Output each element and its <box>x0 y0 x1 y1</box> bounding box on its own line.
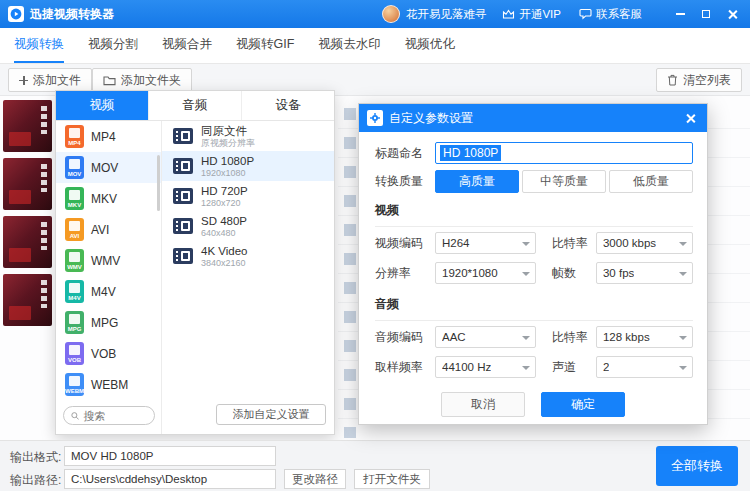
file-format-icon: VOB <box>65 342 84 365</box>
tab-video-optimize[interactable]: 视频优化 <box>405 28 455 63</box>
dialog-header: 自定义参数设置 <box>359 104 707 132</box>
quality-segment: 高质量 中等质量 低质量 <box>435 170 693 193</box>
resolution-item-1080p[interactable]: HD 1080P1920x1080 <box>162 151 334 181</box>
search-icon <box>71 411 79 421</box>
film-icon <box>173 128 193 144</box>
resolution-list: 同原文件原视频分辨率 HD 1080P1920x1080 HD 720P1280… <box>161 121 334 434</box>
quality-medium-button[interactable]: 中等质量 <box>522 170 606 193</box>
clear-list-button[interactable]: 清空列表 <box>656 68 742 92</box>
name-label: 标题命名 <box>375 145 435 162</box>
add-folder-button[interactable]: 添加文件夹 <box>92 68 192 92</box>
output-format-select[interactable]: MOV HD 1080P <box>64 446 276 466</box>
dialog-close-button[interactable] <box>681 109 699 127</box>
quality-high-button[interactable]: 高质量 <box>435 170 519 193</box>
film-icon <box>173 188 193 204</box>
plus-icon <box>19 76 28 85</box>
channel-label: 声道 <box>552 359 596 376</box>
tab-video-split[interactable]: 视频分割 <box>88 28 138 63</box>
convert-all-button[interactable]: 全部转换 <box>656 446 738 486</box>
tab-video-merge[interactable]: 视频合并 <box>162 28 212 63</box>
username[interactable]: 花开易见落难寻 <box>406 7 487 22</box>
output-path-label: 输出路径: <box>10 472 61 489</box>
video-bitrate-select[interactable]: 3000 kbps <box>596 232 693 254</box>
custom-params-dialog: 自定义参数设置 标题命名 HD 1080P 转换质量 高质量 中等质量 低质量 … <box>358 103 708 425</box>
video-codec-select[interactable]: H264 <box>435 232 536 254</box>
format-tab-audio[interactable]: 音频 <box>149 91 242 120</box>
file-format-icon: WEBM <box>65 373 84 396</box>
confirm-button[interactable]: 确定 <box>541 392 625 417</box>
file-format-icon: MKV <box>65 187 84 210</box>
sample-rate-label: 取样频率 <box>375 359 435 376</box>
format-item-vob[interactable]: VOB VOB <box>56 338 161 369</box>
format-panel-tabs: 视频 音频 设备 <box>56 91 334 121</box>
clear-list-label: 清空列表 <box>683 72 731 89</box>
dialog-title: 自定义参数设置 <box>389 110 473 127</box>
cancel-button[interactable]: 取消 <box>441 392 525 417</box>
add-custom-settings-button[interactable]: 添加自定义设置 <box>216 404 326 425</box>
chevron-down-icon <box>679 242 687 246</box>
add-file-label: 添加文件 <box>33 72 81 89</box>
quality-low-button[interactable]: 低质量 <box>609 170 693 193</box>
resolution-item-720p[interactable]: HD 720P1280x720 <box>162 181 334 211</box>
app-title: 迅捷视频转换器 <box>30 6 114 23</box>
framerate-select[interactable]: 30 fps <box>596 262 693 284</box>
audio-codec-select[interactable]: AAC <box>435 326 536 348</box>
tab-video-convert[interactable]: 视频转换 <box>14 28 64 63</box>
folder-icon <box>103 75 116 86</box>
close-button[interactable] <box>724 5 740 23</box>
resolution-item-4k[interactable]: 4K Video3840x2160 <box>162 241 334 271</box>
add-file-button[interactable]: 添加文件 <box>8 68 92 92</box>
search-input[interactable] <box>83 410 147 422</box>
vip-button[interactable]: 开通VIP <box>502 7 561 22</box>
tab-remove-watermark[interactable]: 视频去水印 <box>318 28 381 63</box>
file-format-icon: AVI <box>65 218 84 241</box>
settings-gear-icon <box>367 110 383 126</box>
format-tab-device[interactable]: 设备 <box>242 91 334 120</box>
audio-bitrate-select[interactable]: 128 kbps <box>596 326 693 348</box>
film-icon <box>173 158 193 174</box>
format-tab-video[interactable]: 视频 <box>56 91 149 120</box>
format-item-wmv[interactable]: WMV WMV <box>56 245 161 276</box>
chevron-down-icon <box>679 272 687 276</box>
video-thumbnail[interactable] <box>3 100 52 152</box>
tab-video-to-gif[interactable]: 视频转GIF <box>236 28 294 63</box>
video-thumbnail[interactable] <box>3 274 52 326</box>
format-item-m4v[interactable]: M4V M4V <box>56 276 161 307</box>
video-thumbnail[interactable] <box>3 158 52 210</box>
audio-section-title: 音频 <box>375 296 693 321</box>
output-path-value: C:\Users\cddehsy\Desktop <box>71 473 207 485</box>
format-item-mov[interactable]: MOV MOV <box>56 152 161 183</box>
format-item-avi[interactable]: AVI AVI <box>56 214 161 245</box>
chat-icon <box>579 8 592 20</box>
close-icon <box>727 9 737 19</box>
user-avatar[interactable] <box>382 5 400 23</box>
resolution-select[interactable]: 1920*1080 <box>435 262 536 284</box>
title-name-input[interactable]: HD 1080P <box>435 142 693 164</box>
support-button[interactable]: 联系客服 <box>579 7 642 22</box>
format-item-mkv[interactable]: MKV MKV <box>56 183 161 214</box>
channel-select[interactable]: 2 <box>596 356 693 378</box>
minimize-icon <box>676 13 685 15</box>
crown-icon <box>502 9 515 20</box>
format-item-webm[interactable]: WEBM WEBM <box>56 369 161 400</box>
format-item-mp4[interactable]: MP4 MP4 <box>56 121 161 152</box>
sample-rate-select[interactable]: 44100 Hz <box>435 356 536 378</box>
format-item-mpg[interactable]: MPG MPG <box>56 307 161 338</box>
video-thumbnail[interactable] <box>3 216 52 268</box>
minimize-button[interactable] <box>672 5 688 23</box>
support-label: 联系客服 <box>596 7 642 22</box>
scrollbar-thumb[interactable] <box>157 155 160 211</box>
dialog-actions: 取消 确定 <box>359 392 707 417</box>
maximize-button[interactable] <box>698 5 714 23</box>
change-path-button[interactable]: 更改路径 <box>284 469 346 489</box>
chevron-down-icon <box>522 272 530 276</box>
add-folder-label: 添加文件夹 <box>121 72 181 89</box>
audio-bitrate-label: 比特率 <box>552 329 596 346</box>
output-path-field[interactable]: C:\Users\cddehsy\Desktop <box>64 469 276 489</box>
resolution-item-original[interactable]: 同原文件原视频分辨率 <box>162 121 334 151</box>
resolution-item-480p[interactable]: SD 480P640x480 <box>162 211 334 241</box>
video-codec-label: 视频编码 <box>375 235 435 252</box>
chevron-down-icon <box>522 366 530 370</box>
output-format-label: 输出格式: <box>10 449 61 466</box>
open-folder-button[interactable]: 打开文件夹 <box>354 469 430 489</box>
